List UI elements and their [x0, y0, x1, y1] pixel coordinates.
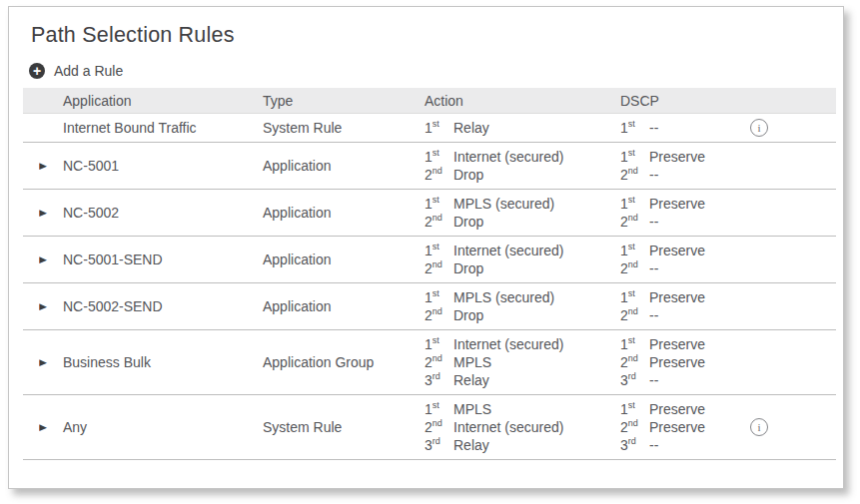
action-cell: 1st MPLS (secured) 2nd Drop	[425, 195, 620, 231]
info-icon[interactable]: i	[750, 119, 768, 137]
column-header-application: Application	[63, 93, 263, 109]
info-icon[interactable]: i	[750, 418, 768, 436]
dscp-cell: 1st Preserve 2nd --	[620, 148, 750, 184]
add-rule-label: Add a Rule	[54, 63, 123, 79]
dscp-cell: 1st Preserve 2nd Preserve 3rd --	[620, 335, 750, 389]
action-label: MPLS (secured)	[453, 195, 554, 213]
dscp-label: --	[649, 166, 658, 184]
dscp-line: 1st --	[620, 119, 750, 137]
action-line: 3rd Relay	[425, 436, 620, 454]
application-name: Business Bulk	[63, 353, 263, 371]
action-label: Drop	[453, 213, 483, 231]
action-label: Drop	[453, 259, 483, 277]
action-line: 3rd Relay	[425, 371, 620, 389]
table-header-row: Application Type Action DSCP	[23, 88, 836, 114]
dscp-label: --	[649, 259, 658, 277]
expand-arrow-icon[interactable]: ▶	[39, 302, 47, 311]
dscp-line: 2nd --	[620, 306, 750, 324]
application-name: NC-5001-SEND	[63, 251, 263, 268]
priority-ordinal: 1st	[425, 400, 453, 418]
table-row[interactable]: ▶ NC-5001 Application 1st Internet (secu…	[23, 143, 836, 190]
application-name: Any	[63, 418, 263, 436]
action-label: Relay	[453, 119, 489, 137]
column-header-action: Action	[425, 93, 620, 109]
priority-ordinal: 1st	[620, 119, 649, 137]
priority-ordinal: 2nd	[425, 306, 453, 324]
expand-arrow-icon[interactable]: ▶	[39, 255, 47, 264]
priority-ordinal: 2nd	[620, 213, 649, 231]
action-label: Internet (secured)	[453, 148, 564, 166]
dscp-cell: 1st Preserve 2nd --	[620, 195, 750, 231]
action-line: 2nd MPLS	[425, 353, 620, 371]
priority-ordinal: 1st	[620, 335, 649, 353]
page-title: Path Selection Rules	[31, 23, 827, 48]
action-line: 1st Internet (secured)	[425, 242, 620, 259]
action-cell: 1st Internet (secured) 2nd Drop	[425, 148, 620, 184]
rule-type: System Rule	[263, 418, 425, 436]
action-line: 1st Internet (secured)	[425, 335, 620, 353]
priority-ordinal: 1st	[425, 335, 453, 353]
dscp-label: Preserve	[649, 195, 705, 213]
dscp-label: --	[649, 306, 658, 324]
column-header-dscp: DSCP	[620, 93, 750, 109]
dscp-line: 1st Preserve	[620, 400, 750, 418]
action-line: 1st MPLS	[425, 400, 620, 418]
action-label: Internet (secured)	[453, 335, 564, 353]
column-header-type: Type	[263, 93, 425, 109]
action-label: Drop	[453, 306, 483, 324]
application-name: NC-5002-SEND	[63, 297, 263, 315]
action-label: Internet (secured)	[453, 418, 564, 436]
rule-type: Application	[263, 157, 425, 175]
priority-ordinal: 2nd	[620, 259, 649, 277]
dscp-line: 2nd Preserve	[620, 353, 750, 371]
action-cell: 1st Internet (secured) 2nd Drop	[425, 242, 620, 277]
dscp-line: 1st Preserve	[620, 195, 750, 213]
application-name: NC-5001	[63, 157, 263, 175]
action-label: MPLS	[453, 400, 491, 418]
table-row[interactable]: ▶ Business Bulk Application Group 1st In…	[23, 330, 836, 395]
priority-ordinal: 1st	[425, 288, 453, 306]
expand-arrow-icon[interactable]: ▶	[39, 209, 47, 218]
priority-ordinal: 1st	[425, 242, 453, 259]
priority-ordinal: 2nd	[620, 306, 649, 324]
table-row[interactable]: ▶ Any System Rule 1st MPLS 2nd Internet …	[23, 395, 836, 460]
application-name: NC-5002	[63, 204, 263, 222]
dscp-label: Preserve	[649, 418, 705, 436]
priority-ordinal: 2nd	[620, 353, 649, 371]
dscp-line: 1st Preserve	[620, 148, 750, 166]
action-cell: 1st MPLS 2nd Internet (secured) 3rd Rela…	[425, 400, 620, 454]
priority-ordinal: 1st	[620, 148, 649, 166]
priority-ordinal: 1st	[425, 119, 453, 137]
priority-ordinal: 3rd	[425, 371, 453, 389]
rules-table: Application Type Action DSCP Internet Bo…	[23, 88, 836, 460]
dscp-label: --	[649, 119, 658, 137]
path-selection-rules-panel: Path Selection Rules + Add a Rule Applic…	[8, 6, 844, 489]
action-label: Internet (secured)	[453, 242, 564, 259]
expand-arrow-icon[interactable]: ▶	[39, 423, 47, 432]
table-row[interactable]: ▶ NC-5001-SEND Application 1st Internet …	[23, 237, 836, 283]
priority-ordinal: 2nd	[425, 213, 453, 231]
rule-type: System Rule	[263, 119, 425, 137]
action-line: 1st Relay	[425, 119, 620, 137]
table-row[interactable]: ▶ NC-5002 Application 1st MPLS (secured)…	[23, 190, 836, 237]
table-row: Internet Bound Traffic System Rule 1st R…	[23, 114, 836, 143]
action-label: Drop	[453, 166, 483, 184]
priority-ordinal: 3rd	[425, 436, 453, 454]
expand-arrow-icon[interactable]: ▶	[39, 162, 47, 171]
info-cell: i	[750, 119, 768, 137]
table-row[interactable]: ▶ NC-5002-SEND Application 1st MPLS (sec…	[23, 283, 836, 330]
priority-ordinal: 2nd	[425, 353, 453, 371]
expand-arrow-icon[interactable]: ▶	[39, 358, 47, 367]
dscp-line: 3rd --	[620, 436, 750, 454]
priority-ordinal: 1st	[620, 288, 649, 306]
dscp-line: 2nd Preserve	[620, 418, 750, 436]
action-line: 2nd Drop	[425, 166, 620, 184]
priority-ordinal: 2nd	[425, 418, 453, 436]
action-label: MPLS	[453, 353, 491, 371]
action-line: 2nd Drop	[425, 259, 620, 277]
priority-ordinal: 3rd	[620, 436, 649, 454]
priority-ordinal: 1st	[425, 195, 453, 213]
priority-ordinal: 2nd	[425, 259, 453, 277]
rule-type: Application	[263, 204, 425, 222]
add-rule-button[interactable]: + Add a Rule	[29, 63, 123, 79]
